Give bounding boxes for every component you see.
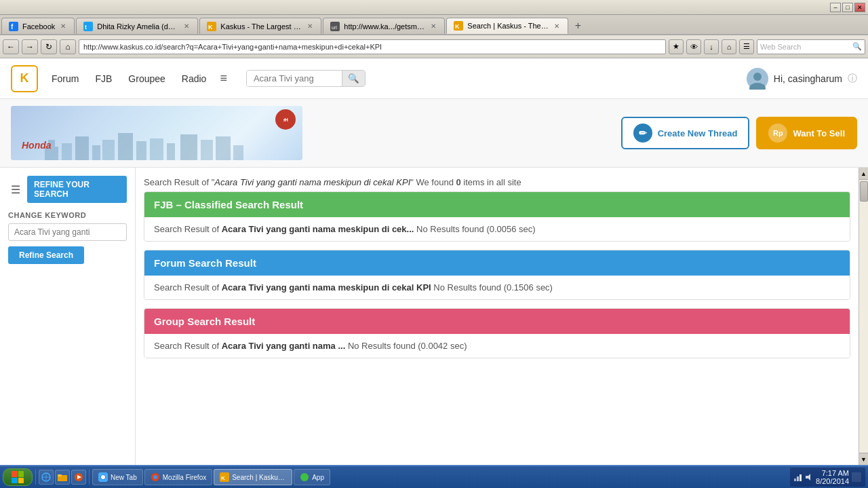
start-button[interactable] xyxy=(3,468,33,486)
tab-dhita-close[interactable]: ✕ xyxy=(182,22,191,30)
tab-dhita-label: Dhita Rizky Amelia (dhitari.... xyxy=(97,22,178,31)
taskbar-green-button[interactable]: App xyxy=(294,469,330,485)
bookmark-star-button[interactable]: ★ xyxy=(669,39,684,54)
more-nav-icon[interactable]: ≡ xyxy=(220,71,227,86)
svg-text:url: url xyxy=(332,25,337,30)
pencil-icon: ✏ xyxy=(639,128,647,138)
fjb-title: FJB – Classified Search Result xyxy=(154,199,303,210)
maximize-button[interactable]: □ xyxy=(842,3,853,12)
taskbar-active-button[interactable]: K Search | Kaskus... xyxy=(214,469,292,485)
nav-forum[interactable]: Forum xyxy=(52,73,79,84)
home-button[interactable]: ⌂ xyxy=(60,39,76,54)
left-sidebar: ☰ REFINE YOUR SEARCH CHANGE KEYWORD Refi… xyxy=(0,168,136,465)
tray-volume-icon xyxy=(805,473,813,481)
tab-url-close[interactable]: ✕ xyxy=(429,22,437,30)
forward-button[interactable]: → xyxy=(22,39,38,54)
group-section-header: Group Search Result xyxy=(144,309,850,334)
svg-rect-17 xyxy=(92,145,100,160)
forum-section-header: Forum Search Result xyxy=(144,250,850,276)
tab-search-close[interactable]: ✕ xyxy=(553,22,561,30)
scroll-up-arrow[interactable]: ▲ xyxy=(859,168,868,180)
home-nav-button[interactable]: ⌂ xyxy=(722,39,736,54)
tab-facebook[interactable]: f Facebook ✕ xyxy=(1,18,75,34)
fjb-result-text: No Results found (0.0056 sec) xyxy=(416,224,536,234)
tab-url[interactable]: url http://www.ka.../getsmilies/ ✕ xyxy=(323,18,445,34)
fjb-section-header: FJB – Classified Search Result xyxy=(144,192,850,217)
tab-kaskus1[interactable]: K Kaskus - The Largest Indon... ✕ xyxy=(199,18,321,34)
svg-rect-43 xyxy=(852,472,861,482)
ie-taskbar-icon[interactable] xyxy=(39,470,54,485)
create-thread-button[interactable]: ✏ Create New Thread xyxy=(621,117,750,149)
user-avatar xyxy=(747,68,768,90)
taskbar-firefox-button[interactable]: Mozilla Firefox xyxy=(144,469,212,485)
keyword-input[interactable] xyxy=(8,223,127,241)
group-result-section: Group Search Result Search Result of Aca… xyxy=(144,308,850,358)
svg-rect-16 xyxy=(75,136,89,160)
downloads-button[interactable]: ↓ xyxy=(704,39,719,54)
site-header: K Forum FJB Groupee Radio ≡ 🔍 xyxy=(0,58,868,99)
system-clock: 7:17 AM 8/20/2014 xyxy=(816,469,849,485)
want-to-sell-label: Want To Sell xyxy=(793,128,845,138)
fjb-query: Acara Tivi yang ganti nama meskipun di c… xyxy=(222,224,414,234)
result-count: 0 xyxy=(456,177,461,187)
create-thread-icon: ✏ xyxy=(633,124,652,143)
tab-facebook-close[interactable]: ✕ xyxy=(59,22,67,30)
firefox-tab-label: Mozilla Firefox xyxy=(163,474,206,481)
header-search: 🔍 xyxy=(246,70,366,87)
hamburger-icon[interactable]: ☰ xyxy=(8,181,23,199)
media-taskbar-icon[interactable] xyxy=(71,470,86,485)
tray-network-icon xyxy=(794,473,802,481)
active-tab-label: Search | Kaskus... xyxy=(232,474,286,481)
refresh-button[interactable]: ↻ xyxy=(41,39,57,54)
group-result-text: No Results found (0.0042 sec) xyxy=(348,341,467,351)
browser-search-placeholder: Web Search xyxy=(760,43,801,51)
svg-rect-20 xyxy=(136,141,146,160)
scroll-down-arrow[interactable]: ▼ xyxy=(859,453,868,465)
help-icon[interactable]: ⓘ xyxy=(848,73,857,85)
svg-rect-25 xyxy=(216,136,231,160)
folder-taskbar-icon[interactable] xyxy=(55,470,70,485)
settings-button[interactable]: ☰ xyxy=(739,39,754,54)
refine-search-button[interactable]: Refine Search xyxy=(8,246,84,264)
svg-text:K: K xyxy=(208,24,213,31)
url-text: http://www.kaskus.co.id/search?q=Acara+T… xyxy=(83,43,382,51)
address-bar: ← → ↻ ⌂ http://www.kaskus.co.id/search?q… xyxy=(0,35,868,58)
close-button[interactable]: ✕ xyxy=(854,3,865,12)
tab-search-active[interactable]: K Search | Kaskus - The Large... ✕ xyxy=(446,18,568,34)
refine-label: REFINE YOUR SEARCH xyxy=(34,180,120,199)
url-icon: url xyxy=(330,22,340,31)
kaskus-logo[interactable]: K xyxy=(11,65,38,92)
green-app-label: App xyxy=(312,474,324,481)
svg-rect-29 xyxy=(58,474,62,476)
banner-brand-text: Honda xyxy=(22,140,52,151)
svg-rect-24 xyxy=(201,140,213,160)
group-section-body: Search Result of Acara Tivi yang ganti n… xyxy=(144,334,850,358)
new-tab-button[interactable]: + xyxy=(570,18,586,34)
tab-url-label: http://www.ka.../getsmilies/ xyxy=(344,22,425,31)
back-button[interactable]: ← xyxy=(3,39,19,54)
nav-fjb[interactable]: FJB xyxy=(95,73,112,84)
want-to-sell-button[interactable]: Rp Want To Sell xyxy=(756,117,857,149)
want-sell-icon: Rp xyxy=(768,124,787,143)
view-button[interactable]: 👁 xyxy=(686,39,701,54)
svg-text:K: K xyxy=(455,23,460,30)
action-buttons: ✏ Create New Thread Rp Want To Sell xyxy=(621,117,857,149)
header-search-button[interactable]: 🔍 xyxy=(342,71,365,86)
nav-radio[interactable]: Radio xyxy=(182,73,207,84)
honda-logo-text: rH xyxy=(283,117,288,122)
svg-point-38 xyxy=(300,473,309,481)
taskbar: New Tab Mozilla Firefox K Search | Kasku… xyxy=(0,465,868,488)
taskbar-sep-1 xyxy=(35,470,36,485)
tab-dhita[interactable]: t Dhita Rizky Amelia (dhitari.... ✕ xyxy=(76,18,198,34)
url-input[interactable]: http://www.kaskus.co.id/search?q=Acara+T… xyxy=(79,39,666,54)
clock-time: 7:17 AM xyxy=(816,469,849,477)
page-scrollbar[interactable]: ▲ ▼ xyxy=(859,168,868,465)
nav-groupee[interactable]: Groupee xyxy=(128,73,165,84)
header-search-input[interactable] xyxy=(247,71,342,86)
show-desktop-icon[interactable] xyxy=(852,472,861,482)
browser-search-box[interactable]: Web Search 🔍 xyxy=(757,39,865,54)
taskbar-chrome-button[interactable]: New Tab xyxy=(92,469,143,485)
tab-kaskus1-close[interactable]: ✕ xyxy=(306,22,314,30)
scroll-thumb[interactable] xyxy=(860,181,868,202)
minimize-button[interactable]: – xyxy=(830,3,841,12)
